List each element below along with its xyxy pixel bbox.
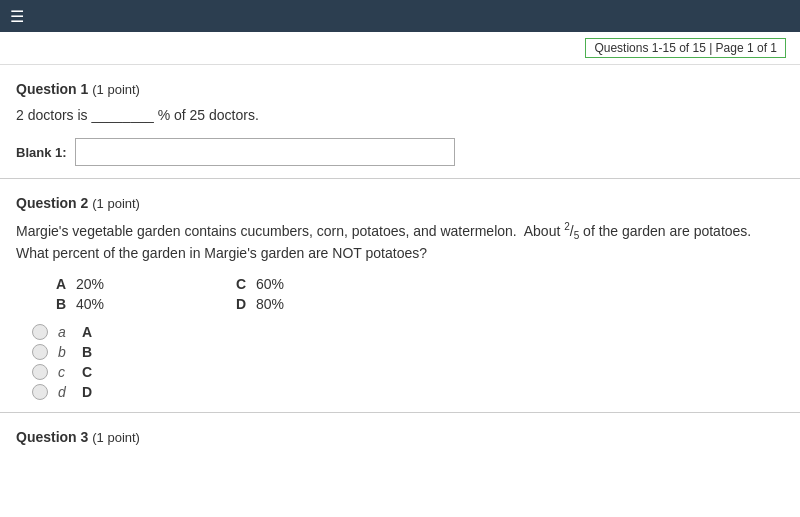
- fraction-denominator: 5: [574, 230, 580, 241]
- radio-circle-a[interactable]: [32, 324, 48, 340]
- question-1-title: Question 1 (1 point): [16, 81, 784, 97]
- question-1-block: Question 1 (1 point) 2 doctors is ______…: [0, 65, 800, 179]
- blank-1-row: Blank 1:: [16, 138, 784, 166]
- pagination-text: Questions 1-15 of 15 | Page 1 of 1: [585, 38, 786, 58]
- radio-value-a: A: [82, 324, 92, 340]
- question-3-block: Question 3 (1 point): [0, 413, 800, 465]
- blank-1-label: Blank 1:: [16, 145, 67, 160]
- radio-circle-d[interactable]: [32, 384, 48, 400]
- radio-key-d: d: [58, 384, 72, 400]
- top-bar: ☰: [0, 0, 800, 32]
- question-2-block: Question 2 (1 point) Margie's vegetable …: [0, 179, 800, 413]
- radio-circle-c[interactable]: [32, 364, 48, 380]
- radio-group-q2: a A b B c C d D: [32, 324, 784, 400]
- radio-value-b: B: [82, 344, 92, 360]
- question-1-points: (1 point): [92, 82, 140, 97]
- radio-key-c: c: [58, 364, 72, 380]
- radio-row-b[interactable]: b B: [32, 344, 784, 360]
- radio-row-d[interactable]: d D: [32, 384, 784, 400]
- radio-value-c: C: [82, 364, 92, 380]
- option-B: B 40%: [56, 296, 216, 312]
- option-D: D 80%: [236, 296, 396, 312]
- option-A: A 20%: [56, 276, 216, 292]
- question-2-label: Question 2: [16, 195, 88, 211]
- radio-row-c[interactable]: c C: [32, 364, 784, 380]
- question-1-label: Question 1: [16, 81, 88, 97]
- question-3-label: Question 3: [16, 429, 88, 445]
- pagination-bar: Questions 1-15 of 15 | Page 1 of 1: [0, 32, 800, 65]
- question-2-points: (1 point): [92, 196, 140, 211]
- answer-options-grid: A 20% C 60% B 40% D 80%: [56, 276, 784, 312]
- question-2-title: Question 2 (1 point): [16, 195, 784, 211]
- option-C: C 60%: [236, 276, 396, 292]
- content-area: Question 1 (1 point) 2 doctors is ______…: [0, 65, 800, 465]
- radio-key-b: b: [58, 344, 72, 360]
- blank-1-input[interactable]: [75, 138, 455, 166]
- question-2-text: Margie's vegetable garden contains cucum…: [16, 219, 784, 264]
- menu-icon[interactable]: ☰: [10, 7, 24, 26]
- radio-circle-b[interactable]: [32, 344, 48, 360]
- question-3-title: Question 3 (1 point): [16, 429, 784, 445]
- radio-row-a[interactable]: a A: [32, 324, 784, 340]
- question-3-points: (1 point): [92, 430, 140, 445]
- radio-value-d: D: [82, 384, 92, 400]
- question-1-text: 2 doctors is ________ % of 25 doctors.: [16, 105, 784, 126]
- fraction-numerator: 2: [564, 221, 570, 232]
- radio-key-a: a: [58, 324, 72, 340]
